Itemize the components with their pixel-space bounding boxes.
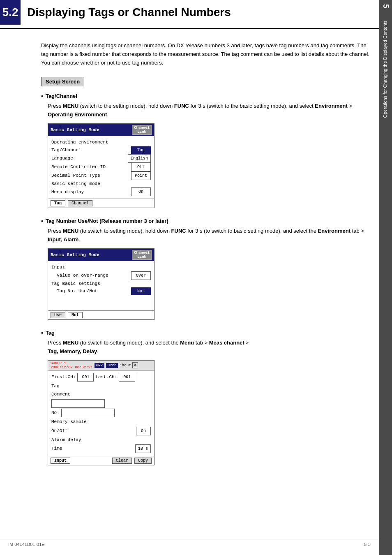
bullet1-menu-keyword: MENU	[63, 103, 78, 109]
screen1-header-title: Basic Setting Mode	[51, 127, 99, 132]
bullet2-inputalarm-keyword: Input, Alarm	[48, 236, 78, 243]
screen3-tag-label: Tag	[51, 382, 60, 390]
screen1-value-6: On	[131, 187, 151, 196]
bullet2-desc: Press MENU (to switch to setting mode), …	[48, 227, 371, 244]
screen3-no-input[interactable]	[61, 409, 115, 417]
screen3-lastch-value[interactable]: 001	[119, 373, 135, 382]
screen3-memory-row: Memory sample	[51, 418, 151, 426]
screen3-memory-label: Memory sample	[51, 418, 87, 426]
bullet2-title-text: Tag Number Use/Not (Release number 3 or …	[46, 218, 168, 224]
screen1-label-0: Operating environment	[51, 139, 108, 146]
page-footer: IM 04L41B01-01E 5-3	[0, 539, 379, 547]
screen3-comment-input-row	[51, 399, 151, 408]
screen1-footer: Tag Channel	[48, 199, 154, 208]
bullet2-func-keyword: FUNC	[171, 228, 186, 234]
screen1-header: Basic Setting Mode ChannelLink	[48, 124, 154, 136]
bullet2-menu-keyword: MENU	[63, 228, 78, 234]
screen2-header: Basic Setting Mode ChannelLink	[48, 249, 154, 261]
screen3-interval: 1hour	[120, 363, 131, 368]
screen2-tab-not[interactable]: Not	[68, 312, 83, 318]
screen3-settings-icon[interactable]: ⚙	[132, 362, 138, 368]
screen3-footer: Input Clear Copy	[48, 456, 154, 465]
screen1-body: Operating environment Tag/Channel Tag La…	[48, 136, 154, 199]
screen1-label-5: Basic setting mode	[51, 180, 100, 188]
footer-right: 5-3	[364, 542, 371, 547]
screen3-alarm-sub-row: Time 10 s	[51, 444, 151, 453]
screen1-row-5: Basic setting mode	[51, 180, 151, 188]
screen2-body: Input Value on over-range Over Tag Basic…	[48, 261, 154, 310]
screen3-datetime: 2008/12/02 08:52:21	[51, 365, 93, 370]
screen3-mode-btn[interactable]: PRV	[95, 363, 104, 368]
screen1-header-tag: ChannelLink	[132, 125, 152, 135]
screen2-label-3: Tag No. Use/Not	[51, 287, 97, 295]
footer-left: IM 04L41B01-01E	[8, 542, 45, 547]
bullet3-title-text: Tag	[46, 330, 55, 336]
screen1-label-3: Remote Controller ID	[51, 163, 106, 171]
screen3-tab-clear[interactable]: Clear	[112, 458, 132, 464]
intro-paragraph: Display the channels using tags or chann…	[41, 42, 371, 67]
screen3-body: First-CH: 001 Last-CH: 001 Tag Comment	[48, 371, 154, 456]
screen3-firstch-value[interactable]: 001	[77, 373, 94, 382]
screen3-header: GROUP 12008/12/02 08:52:21 PRV D2ch 1hou…	[48, 361, 154, 371]
main-content: Display the channels using tags or chann…	[41, 37, 371, 465]
screen3-no-label: No.	[51, 409, 60, 417]
bullet3-tag-keyword: Tag, Memory, Delay	[48, 348, 97, 354]
bullet3-desc: Press MENU (to switch to setting mode), …	[48, 339, 371, 356]
screen3-tab-copy[interactable]: Copy	[134, 458, 152, 464]
screen1-row-2: Language English	[51, 154, 151, 163]
screen2-row-2: Tag Basic settings	[51, 280, 151, 288]
bullet3-menu-tab: Menu	[180, 340, 194, 346]
screen3-disp-btn[interactable]: D2ch	[106, 363, 118, 368]
screen3-comment-label: Comment	[51, 391, 70, 398]
screen-mockup-1: Basic Setting Mode ChannelLink Operating…	[48, 123, 154, 208]
screen1-row-3: Remote Controller ID Off	[51, 163, 151, 171]
screen3-group: GROUP 12008/12/02 08:52:21	[51, 361, 93, 370]
bullet1-title-text: Tag/Channel	[46, 93, 77, 99]
bullet1-func-keyword: FUNC	[174, 103, 189, 109]
screen2-label-0: Input	[51, 264, 65, 271]
screen1-label-1: Tag/Channel	[51, 146, 81, 154]
screen3-memory-sub-row: On/Off On	[51, 427, 151, 435]
screen1-row-6: Menu display On	[51, 187, 151, 196]
screen3-alarm-value: 10 s	[135, 444, 151, 453]
screen1-tab-tag[interactable]: Tag	[51, 200, 65, 206]
screen3-comment-input[interactable]	[51, 399, 105, 408]
bullet1-openv-keyword: Operating Environment	[48, 111, 107, 118]
screen1-row-1: Tag/Channel Tag	[51, 146, 151, 154]
screen2-header-title: Basic Setting Mode	[51, 252, 99, 257]
screen1-value-2: English	[128, 154, 151, 163]
screen2-value-1: Over	[131, 271, 151, 280]
screen3-tab-input[interactable]: Input	[51, 458, 70, 464]
section-number: 5.2	[0, 0, 21, 25]
bullet3-menu-keyword: MENU	[63, 340, 78, 346]
screen2-value-3: Not	[131, 287, 151, 295]
screen3-alarm-row: Alarm delay	[51, 436, 151, 444]
screen3-lastch-label: Last-CH:	[95, 373, 117, 381]
screen3-ch-row: First-CH: 001 Last-CH: 001	[51, 373, 151, 382]
sidebar-chapter-number: 5	[381, 4, 390, 8]
screen1-label-4: Decimal Point Type	[51, 172, 100, 180]
screen-mockup-3: GROUP 12008/12/02 08:52:21 PRV D2ch 1hou…	[48, 360, 154, 466]
screen1-row-0: Operating environment	[51, 139, 151, 146]
bullet1-env-keyword: Environment	[315, 103, 347, 109]
screen3-alarm-sub: Time	[51, 445, 62, 453]
bullet2-env-keyword: Environment	[318, 228, 350, 234]
screen3-no-row: No.	[51, 409, 151, 417]
bullet-tag: Tag Press MENU (to switch to setting mod…	[41, 330, 371, 465]
screen2-label-1: Value on over-range	[51, 272, 108, 280]
screen2-tab-use[interactable]: Use	[51, 312, 65, 318]
screen2-row-1: Value on over-range Over	[51, 271, 151, 280]
setup-screen-badge: Setup Screen	[41, 77, 84, 86]
screen2-row-3: Tag No. Use/Not Not	[51, 287, 151, 295]
screen3-comment-row: Comment	[51, 391, 151, 398]
right-sidebar: 5 Operations for Changing the Displayed …	[379, 0, 392, 555]
bullet3-title: Tag	[41, 330, 371, 336]
screen3-memory-value: On	[136, 427, 151, 435]
screen1-value-1: Tag	[131, 146, 151, 154]
section-title: Displaying Tags or Channel Numbers	[21, 0, 238, 25]
bullet1-title: Tag/Channel	[41, 93, 371, 99]
screen1-tab-channel[interactable]: Channel	[68, 200, 92, 206]
screen2-label-2: Tag Basic settings	[51, 280, 100, 288]
bullet-tag-number: Tag Number Use/Not (Release number 3 or …	[41, 218, 371, 320]
screen-mockup-2: Basic Setting Mode ChannelLink Input Val…	[48, 248, 154, 320]
